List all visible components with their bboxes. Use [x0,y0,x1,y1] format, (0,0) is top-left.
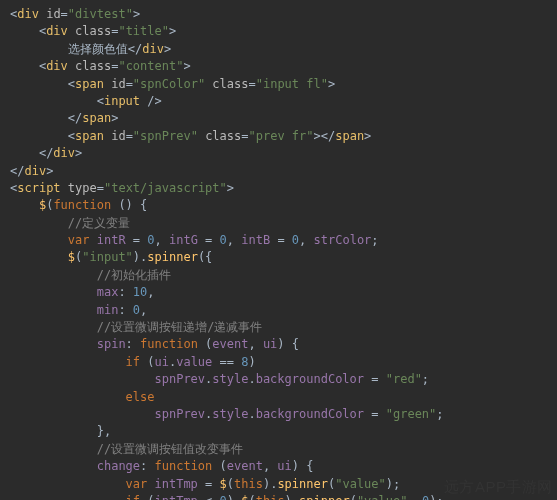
code-line[interactable]: var intTmp = $(this).spinner("value"); [10,476,549,493]
code-token: , [299,233,313,247]
code-token: div [142,42,164,56]
code-line[interactable]: $("input").spinner({ [10,249,549,266]
code-token: 0 [220,494,227,500]
code-line[interactable]: else [10,389,549,406]
code-token: ( [140,494,154,500]
code-token: </ [68,111,82,125]
code-line[interactable]: }, [10,423,549,440]
code-line[interactable]: //设置微调按钮值改变事件 [10,441,549,458]
code-token: "value" [335,477,386,491]
code-token: max [97,285,119,299]
code-line[interactable]: change: function (event, ui) { [10,458,549,475]
code-line[interactable]: min: 0, [10,302,549,319]
code-token: "prev fr" [248,129,313,143]
code-token: class [75,24,111,38]
code-token: div [53,146,75,160]
code-token: div [46,24,68,38]
code-token: ; [422,372,429,386]
code-token: ( [248,494,255,500]
code-line[interactable]: spnPrev.style.backgroundColor = "red"; [10,371,549,388]
code-token: function [155,459,213,473]
code-token: ui [155,355,169,369]
code-token: ui [263,337,277,351]
code-line[interactable]: <input /> [10,93,549,110]
code-token: "red" [386,372,422,386]
code-line[interactable]: <div class="content"> [10,58,549,75]
code-token: = [126,129,133,143]
code-token: backgroundColor [256,407,364,421]
code-token: "input fl" [256,77,328,91]
code-token: style [212,372,248,386]
code-line[interactable]: </div> [10,163,549,180]
code-token: style [212,407,248,421]
code-token: > [75,146,82,160]
code-token: strColor [314,233,372,247]
code-token: < [68,129,75,143]
code-token: backgroundColor [256,372,364,386]
code-token: = [198,233,220,247]
code-token: event [227,459,263,473]
code-token: = [270,233,292,247]
code-token: intR [97,233,126,247]
code-line[interactable]: var intR = 0, intG = 0, intB = 0, strCol… [10,232,549,249]
code-token: "spnPrev" [133,129,198,143]
code-token: ) { [292,459,314,473]
code-line[interactable]: if (ui.value == 8) [10,354,549,371]
code-line[interactable]: <span id="spnColor" class="input fl"> [10,76,549,93]
code-line[interactable]: if (intTmp < 0) $(this).spinner("value",… [10,493,549,500]
code-token: ( [198,337,212,351]
code-token: , [227,233,241,247]
code-line[interactable]: <script type="text/javascript"> [10,180,549,197]
code-token: = [126,233,148,247]
code-token: if [126,355,140,369]
code-token: //初始化插件 [97,268,171,282]
code-editor[interactable]: <div id="divtest"> <div class="title"> 选… [0,0,557,500]
code-line[interactable]: //定义变量 [10,215,549,232]
code-token: change [97,459,140,473]
code-token: div [24,164,46,178]
code-line[interactable]: spnPrev.style.backgroundColor = "green"; [10,406,549,423]
code-token: , [407,494,421,500]
code-line[interactable]: spin: function (event, ui) { [10,336,549,353]
code-line[interactable]: </span> [10,110,549,127]
code-token: this [256,494,285,500]
code-token: ui [277,459,291,473]
code-line[interactable]: 选择颜色值</div> [10,41,549,58]
code-token: intG [169,233,198,247]
code-token: = [364,407,386,421]
code-token: ( [350,494,357,500]
code-line[interactable]: <div id="divtest"> [10,6,549,23]
code-token: "title" [118,24,169,38]
code-line[interactable]: //设置微调按钮递增/递减事件 [10,319,549,336]
code-token: id [111,129,125,143]
code-line[interactable]: $(function () { [10,197,549,214]
code-line[interactable]: </div> [10,145,549,162]
code-token: "content" [118,59,183,73]
code-token: ). [263,477,277,491]
code-token: </ [128,42,142,56]
code-token: span [75,129,104,143]
code-token: = [364,372,386,386]
code-token: 0 [220,233,227,247]
code-token: value [176,355,212,369]
code-token: class [75,59,111,73]
code-token: > [169,24,176,38]
code-line[interactable]: //初始化插件 [10,267,549,284]
code-token: < [68,77,75,91]
code-line[interactable]: <div class="title"> [10,23,549,40]
code-line[interactable]: <span id="spnPrev" class="prev fr"></spa… [10,128,549,145]
code-token: class [212,77,248,91]
code-token: }, [97,424,111,438]
code-token: ({ [198,250,212,264]
code-token: span [335,129,364,143]
code-line[interactable]: max: 10, [10,284,549,301]
code-token: = [248,77,255,91]
code-token: type [68,181,97,195]
code-token: function [140,337,198,351]
code-token: var [126,477,155,491]
code-token: $ [68,250,75,264]
code-token: : [126,337,140,351]
code-token: : [118,303,132,317]
code-token: //定义变量 [68,216,130,230]
code-token: event [212,337,248,351]
